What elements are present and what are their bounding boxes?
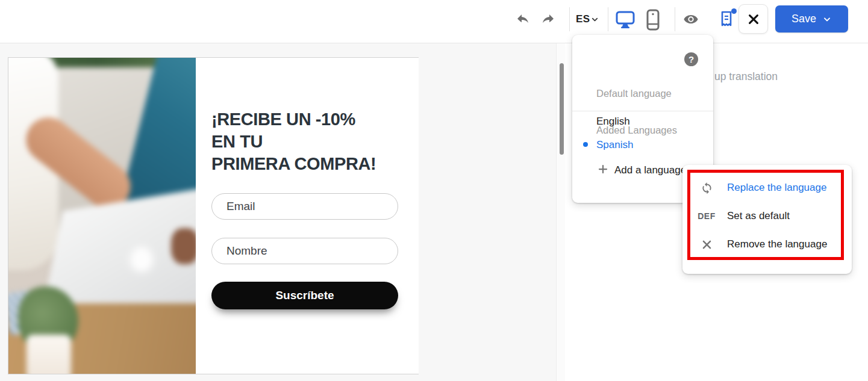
sync-icon xyxy=(700,182,713,194)
heading-line-1: ¡RECIBE UN -10% xyxy=(211,108,404,131)
popup-photo[interactable] xyxy=(8,58,196,374)
close-icon xyxy=(747,13,760,26)
menu-divider xyxy=(572,111,713,111)
language-item-spanish[interactable]: Spanish xyxy=(596,139,633,151)
subscribe-button[interactable]: Suscríbete xyxy=(211,282,398,309)
close-button[interactable] xyxy=(738,4,768,34)
replace-language-item[interactable]: Replace the language xyxy=(682,174,852,202)
remove-language-item[interactable]: Remove the language xyxy=(682,231,852,258)
redo-icon[interactable] xyxy=(540,12,556,26)
plus-icon xyxy=(598,164,608,175)
language-selector[interactable]: ES xyxy=(576,13,599,26)
popup-heading[interactable]: ¡RECIBE UN -10% EN TU PRIMERA COMPRA! xyxy=(211,108,404,175)
language-code-label: ES xyxy=(576,13,590,25)
preview-eye-icon[interactable] xyxy=(682,11,700,27)
undo-icon[interactable] xyxy=(515,12,531,26)
toolbar-divider xyxy=(675,7,675,31)
email-field[interactable] xyxy=(211,193,398,220)
editor-window: up translation ¡RECIBE UN -10% xyxy=(0,0,868,381)
scrollbar-thumb[interactable] xyxy=(560,63,564,155)
popup-preview: ¡RECIBE UN -10% EN TU PRIMERA COMPRA! Su… xyxy=(8,57,419,374)
mobile-view-icon[interactable] xyxy=(645,8,661,31)
replace-language-label: Replace the language xyxy=(727,182,826,194)
heading-line-2: EN TU xyxy=(211,131,404,153)
popup-form: ¡RECIBE UN -10% EN TU PRIMERA COMPRA! Su… xyxy=(196,58,419,374)
save-button[interactable]: Save xyxy=(775,5,848,33)
close-icon xyxy=(700,239,713,250)
heading-line-3: PRIMERA COMPRA! xyxy=(211,153,404,175)
default-language-label: Default language xyxy=(596,88,672,99)
setup-translation-heading: up translation xyxy=(714,70,778,83)
top-toolbar: ES xyxy=(0,0,868,43)
notification-dot xyxy=(731,8,737,14)
set-default-label: Set as default xyxy=(727,210,790,222)
chevron-down-icon xyxy=(590,15,599,24)
remove-language-label: Remove the language xyxy=(727,238,827,250)
toolbar-divider xyxy=(608,7,608,31)
added-languages-label: Added Languages xyxy=(596,125,677,136)
name-field[interactable] xyxy=(211,238,398,264)
desktop-view-icon[interactable] xyxy=(614,10,636,30)
photo-illustration xyxy=(8,58,196,374)
add-language-button[interactable]: Add a language xyxy=(614,164,686,176)
toolbar-divider xyxy=(569,7,570,31)
set-default-item[interactable]: DEF Set as default xyxy=(682,202,852,230)
help-icon[interactable]: ? xyxy=(684,52,698,66)
language-context-menu: Replace the language DEF Set as default … xyxy=(682,165,852,274)
chevron-down-icon xyxy=(822,14,832,24)
save-label: Save xyxy=(792,13,816,25)
changelog-receipt-icon[interactable] xyxy=(719,10,734,29)
def-badge: DEF xyxy=(700,211,713,221)
active-language-bullet xyxy=(583,142,588,147)
